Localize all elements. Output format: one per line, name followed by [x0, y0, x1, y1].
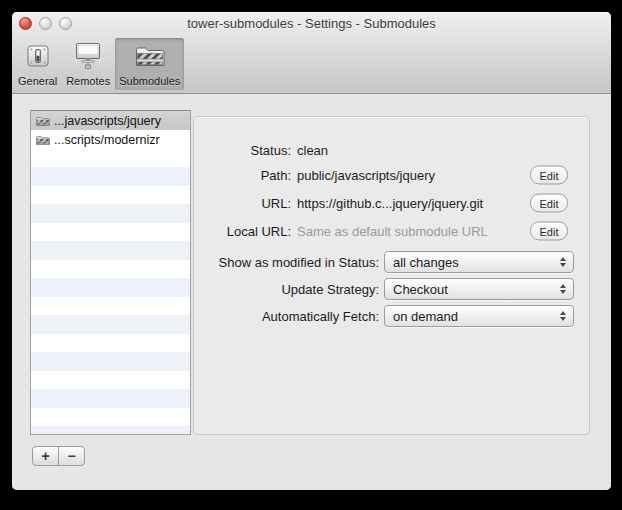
- close-button[interactable]: [19, 17, 32, 30]
- submodule-folder-icon: [35, 134, 50, 146]
- list-item-jquery[interactable]: ...javascripts/jquery: [31, 111, 190, 130]
- submodule-folder-icon: [133, 43, 167, 73]
- add-submodule-button[interactable]: +: [32, 446, 59, 466]
- modified-status-row: Show as modified in Status: all changes: [194, 251, 589, 273]
- submodule-list: ...javascripts/jquery ...scripts/moderni…: [30, 110, 191, 435]
- path-label: Path:: [194, 168, 291, 183]
- toolbar-item-submodules[interactable]: Submodules: [115, 38, 184, 90]
- local-url-label: Local URL:: [194, 224, 291, 239]
- titlebar[interactable]: tower-submodules - Settings - Submodules: [12, 12, 611, 35]
- content-area: ...javascripts/jquery ...scripts/moderni…: [12, 95, 611, 490]
- modified-status-label: Show as modified in Status:: [194, 255, 379, 270]
- popup-arrows-icon: [560, 311, 566, 321]
- auto-fetch-row: Automatically Fetch: on demand: [194, 305, 589, 327]
- switch-plate-icon: [25, 43, 51, 73]
- update-strategy-row: Update Strategy: Checkout: [194, 278, 589, 300]
- update-strategy-selected-value: Checkout: [393, 282, 448, 297]
- toolbar-item-general[interactable]: General: [14, 38, 61, 90]
- toolbar-item-remotes[interactable]: Remotes: [62, 38, 114, 90]
- update-strategy-label: Update Strategy:: [194, 282, 379, 297]
- popup-arrows-icon: [560, 284, 566, 294]
- remove-submodule-button[interactable]: −: [58, 446, 85, 466]
- url-row: URL: https://github.c...jquery/jquery.gi…: [194, 192, 589, 214]
- minimize-button: [39, 17, 52, 30]
- settings-window: tower-submodules - Settings - Submodules…: [12, 12, 611, 490]
- edit-path-button[interactable]: Edit: [530, 166, 568, 185]
- auto-fetch-selected-value: on demand: [393, 309, 458, 324]
- submodule-folder-icon: [35, 115, 50, 127]
- modified-status-select[interactable]: all changes: [384, 251, 574, 273]
- submodule-detail-panel: Status: clean Path: public/javascripts/j…: [193, 116, 590, 435]
- auto-fetch-label: Automatically Fetch:: [194, 309, 379, 324]
- local-url-value: Same as default submodule URL: [297, 224, 488, 239]
- path-value: public/javascripts/jquery: [297, 168, 435, 183]
- window-header: tower-submodules - Settings - Submodules…: [12, 12, 611, 94]
- zoom-button: [59, 17, 72, 30]
- status-value: clean: [297, 143, 328, 158]
- url-label: URL:: [194, 196, 291, 211]
- popup-arrows-icon: [560, 257, 566, 267]
- status-row: Status: clean: [194, 139, 589, 161]
- list-item-modernizr[interactable]: ...scripts/modernizr: [31, 130, 190, 149]
- url-value: https://github.c...jquery/jquery.git: [297, 196, 483, 211]
- network-display-icon: [73, 42, 103, 73]
- modified-status-selected-value: all changes: [393, 255, 459, 270]
- edit-url-button[interactable]: Edit: [530, 194, 568, 213]
- edit-local-url-button[interactable]: Edit: [530, 222, 568, 241]
- toolbar-label-remotes: Remotes: [66, 75, 110, 87]
- toolbar-label-submodules: Submodules: [119, 75, 180, 87]
- toolbar: General Remotes: [14, 38, 184, 90]
- path-row: Path: public/javascripts/jquery Edit: [194, 164, 589, 186]
- update-strategy-select[interactable]: Checkout: [384, 278, 574, 300]
- toolbar-label-general: General: [18, 75, 57, 87]
- status-label: Status:: [194, 143, 291, 158]
- list-add-remove-control: + −: [32, 446, 85, 466]
- list-item-label: ...javascripts/jquery: [54, 114, 161, 128]
- list-empty-rows: [31, 149, 190, 434]
- window-title: tower-submodules - Settings - Submodules: [12, 12, 611, 35]
- local-url-row: Local URL: Same as default submodule URL…: [194, 220, 589, 242]
- auto-fetch-select[interactable]: on demand: [384, 305, 574, 327]
- traffic-lights: [19, 17, 72, 30]
- list-item-label: ...scripts/modernizr: [54, 133, 160, 147]
